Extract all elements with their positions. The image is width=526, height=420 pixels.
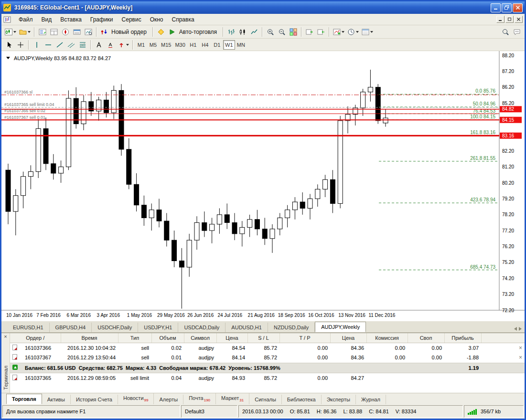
chart-tab-audusd-h1[interactable]: AUDUSD,H1 <box>225 323 268 332</box>
column-time[interactable]: Время <box>61 333 118 343</box>
column-tp[interactable]: T / P <box>279 333 330 343</box>
strategy-tester-button[interactable] <box>83 27 94 37</box>
crosshair-button[interactable] <box>15 40 26 50</box>
column-profit[interactable]: Прибыль <box>444 333 481 343</box>
tab-experts[interactable]: Эксперты <box>322 395 356 404</box>
column-commission[interactable]: Комиссия <box>366 333 408 343</box>
chart-tab-nzdusd-daily[interactable]: NZDUSD,Daily <box>268 323 315 332</box>
title-bar[interactable]: 3169845: EGlobal-Cent1 - [AUDJPY,Weekly] <box>1 1 525 14</box>
timeframe-mn-button[interactable]: MN <box>235 40 247 50</box>
tab-account-history[interactable]: История Счета <box>71 395 118 404</box>
metaeditor-button[interactable] <box>155 27 167 37</box>
timeframe-h1-button[interactable]: H1 <box>187 40 199 50</box>
tab-library[interactable]: Библиотека <box>282 395 322 404</box>
trendline-button[interactable] <box>54 40 65 50</box>
tab-signals[interactable]: Сигналы <box>249 395 282 404</box>
arrows-button[interactable] <box>116 40 130 50</box>
terminal-close-button[interactable]: × <box>4 334 7 339</box>
column-open-price[interactable]: Цена <box>216 333 247 343</box>
timeframe-m5-button[interactable]: M5 <box>147 40 159 50</box>
text-label-button[interactable] <box>105 40 116 50</box>
profiles-button[interactable] <box>18 27 32 37</box>
data-window-button[interactable] <box>48 27 60 37</box>
navigator-button[interactable] <box>60 27 71 37</box>
chart-tab-usdjpy-h1[interactable]: USDJPY,H1 <box>138 323 178 332</box>
tab-market[interactable]: Маркет31 <box>216 393 249 404</box>
timeframe-m15-button[interactable]: M15 <box>159 40 173 50</box>
order-row[interactable]: 161037367 2016.12.29 13:50:44 sell 0.01 … <box>10 353 525 363</box>
menu-charts[interactable]: Графики <box>86 15 118 24</box>
pending-order-row[interactable]: 161037365 2016.12.29 08:59:05 sell limit… <box>10 373 525 383</box>
menu-tools[interactable]: Сервис <box>118 15 146 24</box>
timeframe-h4-button[interactable]: H4 <box>199 40 211 50</box>
market-watch-button[interactable] <box>37 27 48 37</box>
new-chart-button[interactable] <box>3 27 18 37</box>
channel-button[interactable] <box>65 40 77 50</box>
indicators-button[interactable] <box>332 27 346 37</box>
templates-button[interactable] <box>360 27 375 37</box>
chart-tab-usdcad-daily[interactable]: USDCAD,Daily <box>178 323 225 332</box>
column-type[interactable]: Тип <box>118 333 151 343</box>
tab-mailbox[interactable]: Почта190 <box>183 393 216 404</box>
restore-button[interactable] <box>502 3 512 12</box>
minimize-button[interactable] <box>491 3 501 12</box>
chart-tab-audjpy-weekly[interactable]: AUDJPY,Weekly <box>315 322 366 332</box>
child-restore-button[interactable] <box>505 16 514 23</box>
column-order[interactable]: Ордер / <box>10 333 61 343</box>
chart-tab-gbpusd-h4[interactable]: GBPUSD,H4 <box>50 323 92 332</box>
tab-trade[interactable]: Торговля <box>6 394 42 404</box>
new-order-button[interactable]: Новый ордер <box>99 27 150 37</box>
column-symbol[interactable]: Символ <box>184 333 216 343</box>
tabs-scroll-right-button[interactable] <box>519 327 522 331</box>
tile-windows-button[interactable] <box>288 27 299 37</box>
child-close-button[interactable] <box>515 16 523 23</box>
menu-window[interactable]: Окно <box>146 15 168 24</box>
line-chart-button[interactable] <box>248 27 260 37</box>
fibonacci-button[interactable] <box>77 40 88 50</box>
candlestick-chart-button[interactable] <box>237 27 248 37</box>
tab-alerts[interactable]: Алерты <box>154 395 183 404</box>
tab-exposure[interactable]: Активы <box>42 395 71 404</box>
close-button[interactable] <box>513 3 523 12</box>
vertical-line-button[interactable] <box>31 40 43 50</box>
zoom-out-button[interactable] <box>276 27 288 37</box>
zoom-in-button[interactable] <box>265 27 276 37</box>
timeframe-d1-button[interactable]: D1 <box>211 40 223 50</box>
status-profile[interactable]: Default3 <box>181 405 237 418</box>
periods-button[interactable] <box>346 27 360 37</box>
chart-canvas[interactable]: 0.0 85.7650.0 84.9676.4 84.53100.0 84.15… <box>1 51 525 321</box>
bar-chart-button[interactable] <box>225 27 237 37</box>
ideas-button[interactable] <box>511 27 523 37</box>
autoscroll-button[interactable] <box>304 27 315 37</box>
menu-file[interactable]: Файл <box>14 15 37 24</box>
text-button[interactable] <box>93 40 105 50</box>
column-sl[interactable]: S / L <box>247 333 279 343</box>
terminal-toggle-button[interactable] <box>71 27 83 37</box>
child-minimize-button[interactable] <box>496 16 505 23</box>
search-button[interactable] <box>500 27 511 37</box>
tab-news[interactable]: Новости99 <box>118 393 154 404</box>
fibonacci-levels[interactable]: 0.0 85.7650.0 84.9676.4 84.53100.0 84.15… <box>379 88 499 270</box>
menu-insert[interactable]: Вставка <box>56 15 86 24</box>
column-volume[interactable]: Объем <box>151 333 184 343</box>
cursor-button[interactable] <box>3 40 15 50</box>
chart-tab-usdchf-daily[interactable]: USDCHF,Daily <box>92 323 138 332</box>
column-swap[interactable]: Своп <box>408 333 444 343</box>
timeframe-w1-button[interactable]: W1 <box>223 40 235 50</box>
horizontal-line-button[interactable] <box>43 40 54 50</box>
chart-tab-eurusd-h1[interactable]: EURUSD,H1 <box>7 323 50 332</box>
menu-help[interactable]: Справка <box>168 15 199 24</box>
order-row[interactable]: 161037366 2016.12.30 10:04:32 sell 0.02 … <box>10 343 525 353</box>
tabs-scroll-left-button[interactable] <box>514 327 517 331</box>
close-order-button[interactable]: × <box>519 354 522 361</box>
timeframe-m30-button[interactable]: M30 <box>173 40 187 50</box>
chart-collapse-icon[interactable] <box>6 57 10 59</box>
timeframe-m1-button[interactable]: M1 <box>135 40 147 50</box>
tab-journal[interactable]: Журнал <box>356 395 386 404</box>
autotrading-button[interactable]: Авто-торговля <box>167 27 221 37</box>
chart-area[interactable]: 0.0 85.7650.0 84.9676.4 84.53100.0 84.15… <box>1 51 525 321</box>
menu-view[interactable]: Вид <box>37 15 56 24</box>
chart-shift-button[interactable] <box>315 27 327 37</box>
column-current-price[interactable]: Цена <box>330 333 366 343</box>
close-order-button[interactable]: × <box>519 345 522 351</box>
